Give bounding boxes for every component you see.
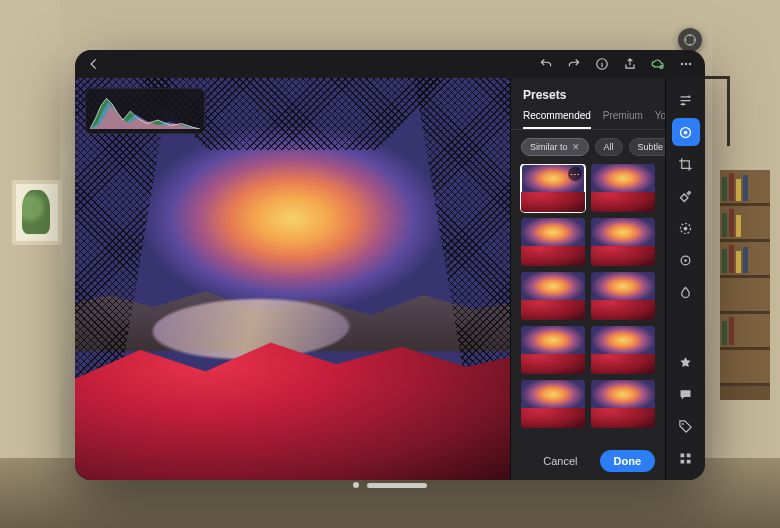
preset-thumb[interactable] [521,380,585,428]
preset-thumb[interactable] [591,218,655,266]
panel-actions: Cancel Done [511,442,665,480]
svg-point-14 [682,423,684,425]
back-button[interactable] [87,57,101,71]
svg-point-13 [684,259,687,262]
comment-icon[interactable] [672,380,700,408]
svg-point-4 [685,63,687,65]
svg-point-7 [682,103,685,106]
cloud-sync-button[interactable] [651,57,665,71]
histogram-overlay[interactable] [85,88,205,134]
preset-thumb[interactable] [591,272,655,320]
star-icon[interactable] [672,348,700,376]
preset-grid: ⋯ More like this [511,164,665,442]
preset-thumb[interactable]: ⋯ More like this [521,164,585,212]
more-button[interactable] [679,57,693,71]
handle-bar [367,483,427,488]
svg-point-9 [684,130,688,134]
redeye-icon[interactable] [672,246,700,274]
preset-thumb[interactable] [521,218,585,266]
thumb-caption: More like this [521,199,585,212]
svg-point-11 [684,226,688,230]
svg-point-2 [660,65,664,69]
lens-blur-icon[interactable] [672,278,700,306]
photo-image [75,78,510,480]
photo-canvas[interactable] [75,78,510,480]
svg-point-3 [681,63,683,65]
preset-thumb[interactable] [521,272,585,320]
cancel-button[interactable]: Cancel [529,450,591,472]
crop-icon[interactable] [672,150,700,178]
preset-thumb[interactable] [521,326,585,374]
mask-icon[interactable] [672,214,700,242]
svg-point-6 [688,95,691,98]
tag-icon[interactable] [672,412,700,440]
svg-rect-16 [687,453,691,457]
tab-yours[interactable]: Yours [655,110,665,129]
done-button[interactable]: Done [600,450,656,472]
tab-premium[interactable]: Premium [603,110,643,129]
tool-rail [665,78,705,480]
preset-filters: Similar to ✕ All Subtle [511,130,665,164]
top-toolbar [75,50,705,78]
tab-recommended[interactable]: Recommended [523,110,591,129]
app-window: Presets Recommended Premium Yours Simila… [75,50,705,480]
preset-tabs: Recommended Premium Yours [511,110,665,130]
filter-similar-to[interactable]: Similar to ✕ [521,138,589,156]
chip-label: Similar to [530,142,568,152]
presets-panel: Presets Recommended Premium Yours Simila… [510,78,665,480]
redo-button[interactable] [567,57,581,71]
undo-button[interactable] [539,57,553,71]
svg-rect-15 [681,453,685,457]
share-button[interactable] [623,57,637,71]
presets-icon[interactable] [672,118,700,146]
info-button[interactable] [595,57,609,71]
preset-thumb[interactable] [591,164,655,212]
room-lamp [727,76,730,146]
close-icon[interactable]: ✕ [572,142,580,152]
svg-rect-17 [681,459,685,463]
room-wall-art [12,180,62,245]
window-handle[interactable] [353,482,427,488]
grid-icon[interactable] [672,444,700,472]
handle-dot [353,482,359,488]
svg-point-5 [689,63,691,65]
room-bookshelf [720,170,770,400]
panel-title: Presets [511,78,665,110]
thumb-more-icon[interactable]: ⋯ [568,167,582,181]
filter-all[interactable]: All [595,138,623,156]
healing-icon[interactable] [672,182,700,210]
vision-compass-button[interactable] [678,28,702,52]
preset-thumb[interactable] [591,326,655,374]
svg-rect-18 [687,459,691,463]
adjust-icon[interactable] [672,86,700,114]
preset-thumb[interactable] [591,380,655,428]
